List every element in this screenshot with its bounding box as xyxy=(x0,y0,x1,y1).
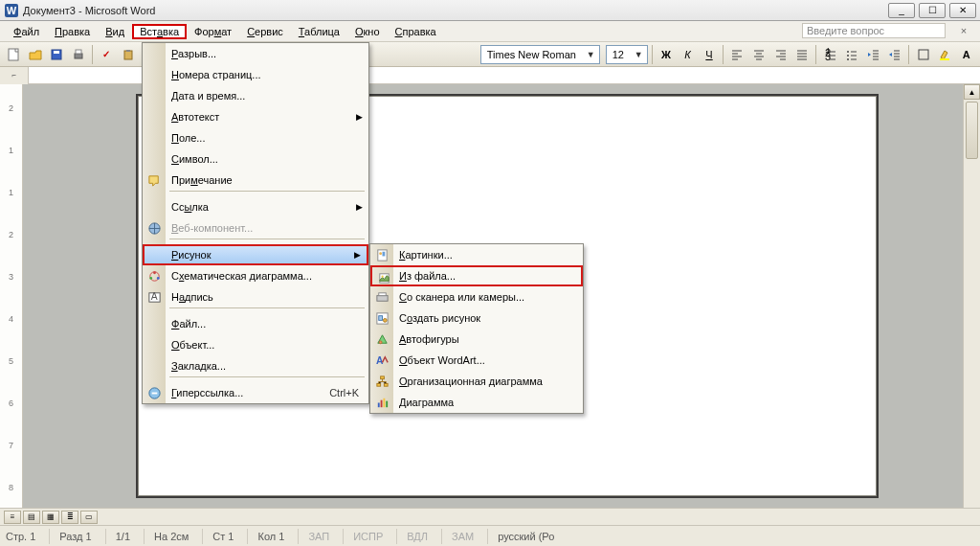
svg-rect-32 xyxy=(376,295,387,301)
view-outline-button[interactable]: ≣ xyxy=(61,511,78,524)
align-right-button[interactable] xyxy=(770,44,791,65)
svg-text:W: W xyxy=(7,5,17,16)
align-center-button[interactable] xyxy=(749,44,769,65)
view-reading-button[interactable]: ▭ xyxy=(80,511,98,524)
new-doc-button[interactable] xyxy=(4,44,24,65)
insert-menu-item-3[interactable]: Автотекст▶ xyxy=(143,106,368,127)
picture-menu-item-5[interactable]: AОбъект WordArt... xyxy=(370,350,583,371)
align-justify-button[interactable] xyxy=(792,44,813,65)
insert-menu-item-10[interactable]: Схематическая диаграмма... xyxy=(143,265,368,286)
status-col: Кол 1 xyxy=(247,529,284,544)
menu-файл[interactable]: Файл xyxy=(6,24,47,39)
menu-таблица[interactable]: Таблица xyxy=(291,24,347,39)
window-title: Документ3 - Microsoft Word xyxy=(23,5,155,16)
insert-menu-item-0[interactable]: Разрыв... xyxy=(143,43,368,64)
picture-menu-item-1[interactable]: Из файла... xyxy=(370,265,583,286)
view-web-button[interactable]: ▤ xyxy=(23,511,40,524)
svg-point-28 xyxy=(379,252,382,255)
insert-menu-item-1[interactable]: Номера страниц... xyxy=(143,64,368,85)
svg-rect-7 xyxy=(124,51,132,59)
svg-rect-29 xyxy=(382,251,385,256)
insert-menu-item-4[interactable]: Поле... xyxy=(143,127,368,148)
view-normal-button[interactable]: ≡ xyxy=(4,511,21,524)
indent-increase-button[interactable] xyxy=(885,44,905,65)
menu-item-label: Ссылка xyxy=(171,201,209,213)
status-line: Ст 1 xyxy=(202,529,234,544)
outside-borders-button[interactable] xyxy=(913,44,933,65)
insert-menu-item-12[interactable]: Файл... xyxy=(143,313,368,334)
picture-menu-item-6[interactable]: Организационная диаграмма xyxy=(370,371,583,392)
vruler-tick: 2 xyxy=(0,230,22,239)
menu-правка[interactable]: Правка xyxy=(47,24,98,39)
bold-button[interactable]: Ж xyxy=(657,44,677,65)
status-flag-ovr: ЗАМ xyxy=(441,529,474,544)
menubar: ФайлПравкаВидВставкаФорматСервисТаблицаО… xyxy=(0,21,980,42)
menu-item-label: Поле... xyxy=(171,132,206,144)
italic-button[interactable]: К xyxy=(678,44,698,65)
font-size-select[interactable]: 12▼ xyxy=(606,45,648,64)
insert-menu-item-5[interactable]: Символ... xyxy=(143,148,368,170)
insert-menu-item-15[interactable]: Гиперссылка...Ctrl+K xyxy=(143,382,368,403)
view-buttons: ≡ ▤ ▦ ≣ ▭ xyxy=(0,511,100,524)
menu-справка[interactable]: Справка xyxy=(388,24,444,39)
list-bullet-button[interactable] xyxy=(842,44,862,65)
menu-item-label: Номера страниц... xyxy=(171,69,261,80)
close-button[interactable]: ✕ xyxy=(949,3,976,18)
svg-rect-35 xyxy=(378,315,382,320)
maximize-button[interactable]: ☐ xyxy=(919,3,946,18)
menu-item-label: Со сканера или камеры... xyxy=(399,291,524,303)
insert-menu-item-11[interactable]: AНадпись xyxy=(143,286,368,307)
paste-button[interactable] xyxy=(119,44,139,65)
picture-menu-item-0[interactable]: Картинки... xyxy=(370,244,583,265)
font-family-select[interactable]: Times New Roman▼ xyxy=(480,45,600,64)
insert-menu-item-7[interactable]: Ссылка▶ xyxy=(143,196,368,217)
open-button[interactable] xyxy=(26,44,46,65)
save-button[interactable] xyxy=(47,44,67,65)
insert-menu-item-14[interactable]: Закладка... xyxy=(143,355,368,376)
vruler-tick: 8 xyxy=(0,483,22,492)
spell-button[interactable]: ✓ xyxy=(97,44,117,65)
vertical-ruler[interactable]: 2112345678 xyxy=(0,84,23,508)
print-button[interactable] xyxy=(69,44,89,65)
svg-rect-5 xyxy=(75,54,82,58)
insert-menu-item-9[interactable]: Рисунок▶ xyxy=(143,244,368,265)
menu-вид[interactable]: Вид xyxy=(98,24,132,39)
svg-point-22 xyxy=(149,276,152,279)
picture-menu-item-4[interactable]: Автофигуры xyxy=(370,329,583,350)
scroll-up-button[interactable]: ▲ xyxy=(964,84,980,100)
insert-menu-item-6[interactable]: Примечание xyxy=(143,170,368,191)
picture-menu-item-2[interactable]: Со сканера или камеры... xyxy=(370,286,583,307)
menu-формат[interactable]: Формат xyxy=(187,24,239,39)
help-close-icon[interactable]: × xyxy=(957,24,970,37)
highlight-button[interactable] xyxy=(935,44,955,65)
svg-point-15 xyxy=(847,55,849,57)
insert-menu-item-13[interactable]: Объект... xyxy=(143,334,368,355)
svg-point-14 xyxy=(847,51,849,53)
indent-decrease-button[interactable] xyxy=(863,44,883,65)
insert-menu-item-8: Веб-компонент... xyxy=(143,217,368,239)
view-print-button[interactable]: ▦ xyxy=(42,511,59,524)
help-search-box[interactable]: Введите вопрос xyxy=(802,23,946,38)
vruler-tick: 3 xyxy=(0,272,22,282)
menu-item-label: Файл... xyxy=(171,318,206,330)
font-color-button[interactable]: A xyxy=(956,44,976,65)
align-left-button[interactable] xyxy=(727,44,747,65)
vertical-scrollbar[interactable]: ▲ xyxy=(963,84,980,508)
menu-item-label: Автофигуры xyxy=(399,333,459,345)
picture-menu-item-3[interactable]: Создать рисунок xyxy=(370,307,583,329)
underline-button[interactable]: Ч xyxy=(700,44,720,65)
list-numbered-button[interactable]: 123 xyxy=(820,44,840,65)
scroll-thumb[interactable] xyxy=(966,102,978,159)
menu-вставка[interactable]: Вставка xyxy=(132,24,187,39)
menu-сервис[interactable]: Сервис xyxy=(239,24,291,39)
svg-rect-17 xyxy=(919,50,928,59)
menu-item-label: Дата и время... xyxy=(171,90,245,102)
menu-окно[interactable]: Окно xyxy=(347,24,388,39)
status-page: Стр. 1 xyxy=(6,529,35,544)
status-position: На 2см xyxy=(144,529,189,544)
menu-item-label: Гиперссылка... xyxy=(171,387,243,398)
picture-menu-item-7[interactable]: Диаграмма xyxy=(370,392,583,413)
menu-item-label: Закладка... xyxy=(171,360,226,372)
insert-menu-item-2[interactable]: Дата и время... xyxy=(143,85,368,106)
minimize-button[interactable]: _ xyxy=(888,3,915,18)
